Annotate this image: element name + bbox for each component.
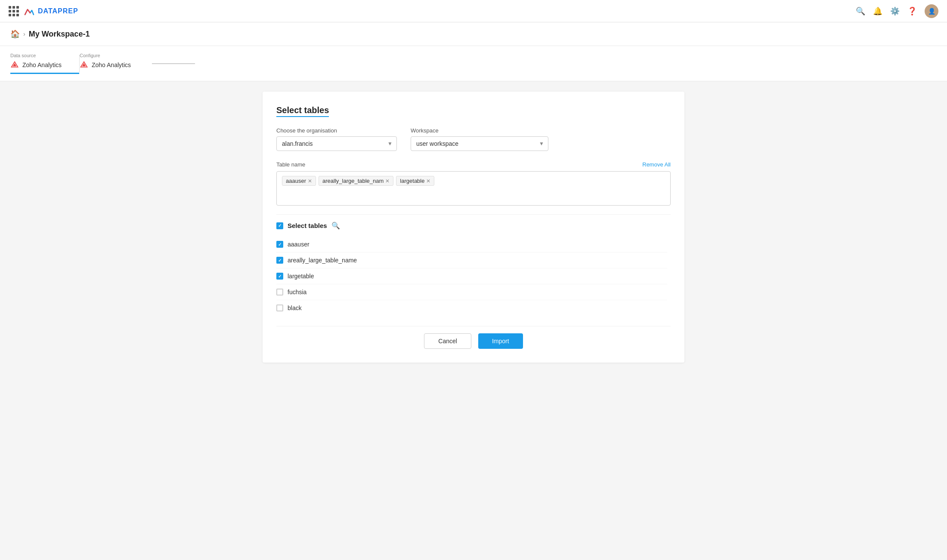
gear-icon[interactable]: ⚙️ xyxy=(890,6,900,16)
tag-areally: areally_large_table_nam ✕ xyxy=(319,176,393,186)
tag-aaauser-label: aaauser xyxy=(286,178,306,184)
steps-bar: Data source Zoho Analytics Configure Zoh… xyxy=(0,46,947,81)
user-avatar[interactable]: 👤 xyxy=(925,4,938,18)
step1-text: Zoho Analytics xyxy=(22,62,62,68)
step1-label: Data source xyxy=(10,53,79,58)
select-tables-title: Select tables xyxy=(288,222,327,229)
select-all-checkbox[interactable] xyxy=(276,222,283,229)
cancel-button[interactable]: Cancel xyxy=(424,333,471,349)
select-tables-header: Select tables 🔍 xyxy=(276,222,671,230)
table-name-label: Table name xyxy=(276,161,305,168)
card-title: Select tables xyxy=(276,105,329,117)
org-label: Choose the organisation xyxy=(276,127,397,134)
table-name-black: black xyxy=(288,305,302,311)
step2-text: Zoho Analytics xyxy=(92,62,131,68)
topnav: DATAPREP 🔍 🔔 ⚙️ ❓ 👤 xyxy=(0,0,947,22)
tag-aaauser-remove[interactable]: ✕ xyxy=(308,178,312,184)
tag-largetable-label: largetable xyxy=(400,178,424,184)
select-tables-card: Select tables Choose the organisation al… xyxy=(263,92,684,363)
workspace-label: Workspace xyxy=(411,127,548,134)
table-checkbox-areally[interactable] xyxy=(276,257,283,264)
step1-content: Zoho Analytics xyxy=(10,61,79,69)
search-icon[interactable]: 🔍 xyxy=(856,6,865,16)
table-name-header: Table name Remove All xyxy=(276,161,671,168)
tag-areally-label: areally_large_table_nam xyxy=(322,178,384,184)
org-select[interactable]: alan.francis xyxy=(276,136,397,151)
table-name-aaauser: aaauser xyxy=(288,241,309,248)
table-checkbox-aaauser[interactable] xyxy=(276,241,283,248)
table-checkbox-largetable[interactable] xyxy=(276,273,283,280)
breadcrumb-arrow: › xyxy=(23,31,25,37)
table-row: aaauser xyxy=(276,237,667,252)
workspace-select-wrapper: user workspace ▼ xyxy=(411,136,548,151)
import-button[interactable]: Import xyxy=(478,333,523,349)
remove-all-button[interactable]: Remove All xyxy=(642,161,671,168)
table-name-section: Table name Remove All aaauser ✕ areally_… xyxy=(276,161,671,206)
tag-aaauser: aaauser ✕ xyxy=(282,176,316,186)
card-footer: Cancel Import xyxy=(276,326,671,349)
tag-areally-remove[interactable]: ✕ xyxy=(385,178,390,184)
zoho-icon-2 xyxy=(80,61,88,69)
table-row: largetable xyxy=(276,268,667,284)
table-checkbox-black[interactable] xyxy=(276,305,283,311)
app-name: DATAPREP xyxy=(38,7,78,15)
zoho-icon-1 xyxy=(10,61,19,69)
step-datasource[interactable]: Data source Zoho Analytics xyxy=(10,53,79,74)
table-name-largetable: largetable xyxy=(288,273,314,280)
step2-label: Configure xyxy=(80,53,149,58)
logo: DATAPREP xyxy=(23,5,78,17)
main-content: Select tables Choose the organisation al… xyxy=(0,81,947,560)
table-name-box: aaauser ✕ areally_large_table_nam ✕ larg… xyxy=(276,171,671,206)
search-tables-button[interactable]: 🔍 xyxy=(331,222,340,230)
table-row: fuchsia xyxy=(276,284,667,300)
tag-largetable-remove[interactable]: ✕ xyxy=(426,178,430,184)
table-row: areally_large_table_name xyxy=(276,252,667,268)
tag-largetable: largetable ✕ xyxy=(396,176,434,186)
table-name-areally: areally_large_table_name xyxy=(288,257,357,264)
home-icon[interactable]: 🏠 xyxy=(10,29,20,39)
grid-menu-icon[interactable] xyxy=(9,6,19,16)
step2-content: Zoho Analytics xyxy=(80,61,149,69)
org-select-wrapper: alan.francis ▼ xyxy=(276,136,397,151)
logo-icon xyxy=(23,5,35,17)
table-row: black xyxy=(276,300,667,316)
bell-icon[interactable]: 🔔 xyxy=(873,6,882,16)
breadcrumb-workspace-title: My Workspace-1 xyxy=(29,30,90,39)
topnav-left: DATAPREP xyxy=(9,5,78,17)
topnav-right: 🔍 🔔 ⚙️ ❓ 👤 xyxy=(856,4,938,18)
step-configure[interactable]: Configure Zoho Analytics xyxy=(80,53,149,74)
help-icon[interactable]: ❓ xyxy=(907,6,917,16)
select-tables-section: Select tables 🔍 aaauser areally_large_ta… xyxy=(276,214,671,316)
table-checkbox-fuchsia[interactable] xyxy=(276,289,283,295)
org-group: Choose the organisation alan.francis ▼ xyxy=(276,127,397,151)
table-list: aaauser areally_large_table_name largeta… xyxy=(276,237,667,316)
table-list-wrapper[interactable]: aaauser areally_large_table_name largeta… xyxy=(276,237,671,316)
form-row: Choose the organisation alan.francis ▼ W… xyxy=(276,127,671,151)
workspace-group: Workspace user workspace ▼ xyxy=(411,127,548,151)
workspace-select[interactable]: user workspace xyxy=(411,136,548,151)
breadcrumb: 🏠 › My Workspace-1 xyxy=(0,22,947,46)
step-placeholder xyxy=(152,63,195,64)
table-name-fuchsia: fuchsia xyxy=(288,289,306,295)
